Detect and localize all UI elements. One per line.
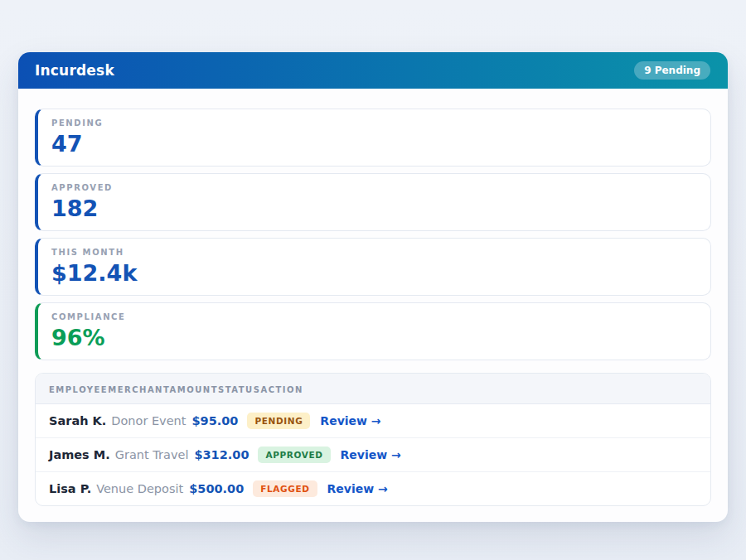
stat-card-this-month: THIS MONTH $12.4k — [35, 238, 711, 296]
amount-value: $95.00 — [192, 414, 239, 427]
column-header-status: STATUS — [218, 385, 260, 394]
merchant-name: Donor Event — [111, 414, 186, 427]
app-title: Incurdesk — [35, 62, 114, 79]
stat-label-approved: APPROVED — [51, 183, 697, 192]
stat-label-pending: PENDING — [51, 118, 697, 128]
stat-value-this-month: $12.4k — [51, 260, 697, 286]
stat-card-pending: PENDING 47 — [35, 109, 711, 167]
merchant-name: Grant Travel — [115, 448, 189, 461]
expense-table: EMPLOYEEMERCHANTAMOUNTSTATUSACTION Sarah… — [35, 373, 711, 506]
merchant-name: Venue Deposit — [96, 482, 183, 495]
column-header-action: ACTION — [260, 385, 303, 394]
pending-count-badge: 9 Pending — [634, 61, 710, 80]
incurdesk-card: Incurdesk 9 Pending PENDING 47 APPROVED … — [18, 52, 728, 522]
card-header: Incurdesk 9 Pending — [18, 52, 728, 89]
review-link[interactable]: Review → — [327, 482, 388, 495]
card-content: PENDING 47 APPROVED 182 THIS MONTH $12.4… — [18, 89, 728, 522]
stat-label-compliance: COMPLIANCE — [51, 312, 697, 321]
status-badge: PENDING — [247, 413, 310, 429]
amount-value: $312.00 — [194, 448, 249, 461]
column-header-merchant: MERCHANT — [108, 385, 169, 394]
table-row: Sarah K. Donor Event $95.00 PENDING Revi… — [36, 404, 710, 438]
employee-name: Sarah K. — [49, 414, 106, 427]
amount-value: $500.00 — [189, 482, 244, 495]
table-header-row: EMPLOYEEMERCHANTAMOUNTSTATUSACTION — [36, 374, 710, 404]
stat-value-approved: 182 — [51, 196, 697, 221]
stat-card-compliance: COMPLIANCE 96% — [35, 302, 711, 360]
column-header-amount: AMOUNT — [170, 385, 219, 394]
column-header-employee: EMPLOYEE — [49, 385, 108, 394]
status-badge: APPROVED — [258, 447, 330, 463]
stat-value-pending: 47 — [51, 131, 697, 157]
stat-label-this-month: THIS MONTH — [51, 248, 697, 257]
table-row: James M. Grant Travel $312.00 APPROVED R… — [36, 438, 710, 472]
employee-name: James M. — [49, 448, 110, 461]
stat-value-compliance: 96% — [51, 325, 697, 350]
review-link[interactable]: Review → — [341, 448, 401, 461]
stat-card-approved: APPROVED 182 — [35, 173, 711, 231]
status-badge: FLAGGED — [253, 480, 317, 497]
table-row: Lisa P. Venue Deposit $500.00 FLAGGED Re… — [36, 472, 710, 505]
employee-name: Lisa P. — [49, 482, 91, 495]
review-link[interactable]: Review → — [320, 414, 380, 427]
